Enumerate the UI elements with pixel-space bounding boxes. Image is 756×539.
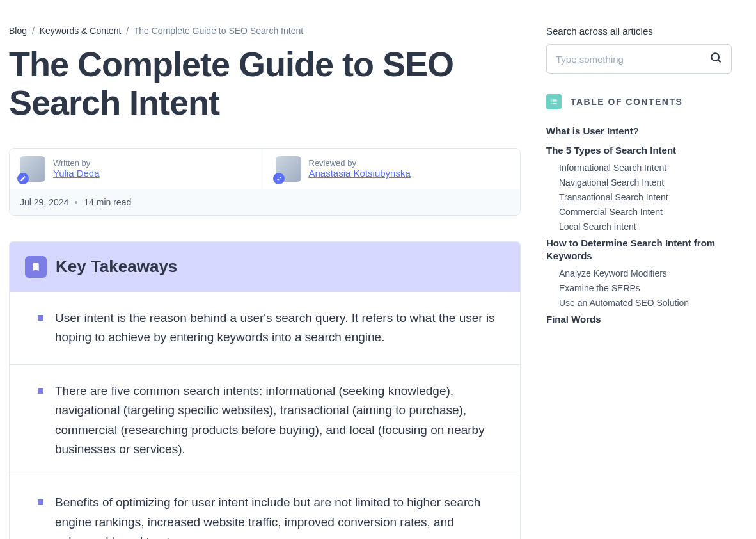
toc-header: TABLE OF CONTENTS xyxy=(546,94,732,109)
reviewed-by-label: Reviewed by xyxy=(309,158,411,168)
toc-list: What is User Intent? The 5 Types of Sear… xyxy=(546,125,732,326)
breadcrumb-category[interactable]: Keywords & Content xyxy=(40,26,122,36)
bookmark-icon xyxy=(25,256,47,278)
svg-point-0 xyxy=(711,53,719,61)
check-icon xyxy=(273,173,285,184)
bullet-icon xyxy=(38,388,43,394)
breadcrumb-blog[interactable]: Blog xyxy=(9,26,27,36)
read-time: 14 min read xyxy=(84,197,131,207)
takeaways-header: Key Takeaways xyxy=(10,242,520,292)
written-by-section: Written by Yulia Deda xyxy=(10,149,265,189)
author-text: Written by Yulia Deda xyxy=(53,158,100,179)
toc-item-determine[interactable]: How to Determine Search Intent from Keyw… xyxy=(546,237,732,262)
takeaway-text: Benefits of optimizing for user intent i… xyxy=(55,493,502,539)
takeaway-item: There are five common search intents: in… xyxy=(10,364,520,476)
meta-row: Jul 29, 2024 14 min read xyxy=(10,189,520,215)
pen-icon xyxy=(17,173,29,184)
toc-sublist: Analyze Keyword Modifiers Examine the SE… xyxy=(559,268,732,308)
search-icon[interactable] xyxy=(709,51,722,67)
author-row: Written by Yulia Deda Reviewed by Anasta… xyxy=(10,149,520,189)
toc-subitem[interactable]: Examine the SERPs xyxy=(559,283,732,293)
search-label: Search across all articles xyxy=(546,26,732,36)
author-text: Reviewed by Anastasia Kotsiubynska xyxy=(309,158,411,179)
toc-item-final[interactable]: Final Words xyxy=(546,313,732,326)
breadcrumb-separator: / xyxy=(32,26,35,36)
breadcrumb-separator: / xyxy=(126,26,129,36)
toc-heading: TABLE OF CONTENTS xyxy=(571,97,682,107)
avatar xyxy=(276,156,301,182)
sidebar: Search across all articles TABLE OF CONT… xyxy=(546,26,732,539)
reviewer-name-link[interactable]: Anastasia Kotsiubynska xyxy=(309,168,411,179)
takeaways-body: User intent is the reason behind a user'… xyxy=(10,292,520,539)
page-title: The Complete Guide to SEO Search Intent xyxy=(9,45,521,122)
key-takeaways: Key Takeaways User intent is the reason … xyxy=(9,241,521,539)
written-by-label: Written by xyxy=(53,158,100,168)
toc-sublist: Informational Search Intent Navigational… xyxy=(559,163,732,232)
toc-subitem[interactable]: Navigational Search Intent xyxy=(559,177,732,188)
bullet-icon xyxy=(38,315,43,321)
toc-subitem[interactable]: Local Search Intent xyxy=(559,221,732,232)
toc-subitem[interactable]: Transactional Search Intent xyxy=(559,192,732,202)
avatar xyxy=(20,156,45,182)
bullet-icon xyxy=(38,499,43,505)
author-card: Written by Yulia Deda Reviewed by Anasta… xyxy=(9,148,521,216)
toc-subitem[interactable]: Informational Search Intent xyxy=(559,163,732,173)
toc-subitem[interactable]: Use an Automated SEO Solution xyxy=(559,298,732,308)
main-content: Blog / Keywords & Content / The Complete… xyxy=(9,26,521,539)
takeaway-item: Benefits of optimizing for user intent i… xyxy=(10,476,520,539)
takeaways-heading: Key Takeaways xyxy=(56,257,177,277)
svg-line-1 xyxy=(718,60,721,63)
dot-separator xyxy=(75,201,77,204)
breadcrumb-current: The Complete Guide to SEO Search Intent xyxy=(134,26,303,36)
toc-item-user-intent[interactable]: What is User Intent? xyxy=(546,125,732,138)
list-icon xyxy=(546,94,562,109)
reviewed-by-section: Reviewed by Anastasia Kotsiubynska xyxy=(265,149,521,189)
toc-item-types[interactable]: The 5 Types of Search Intent xyxy=(546,144,732,157)
breadcrumb: Blog / Keywords & Content / The Complete… xyxy=(9,26,521,36)
takeaway-item: User intent is the reason behind a user'… xyxy=(10,292,520,364)
search-box[interactable] xyxy=(546,44,732,74)
author-name-link[interactable]: Yulia Deda xyxy=(53,168,100,179)
search-input[interactable] xyxy=(556,54,709,65)
takeaway-text: User intent is the reason behind a user'… xyxy=(55,309,502,348)
toc-subitem[interactable]: Commercial Search Intent xyxy=(559,207,732,217)
publish-date: Jul 29, 2024 xyxy=(20,197,68,207)
toc-subitem[interactable]: Analyze Keyword Modifiers xyxy=(559,268,732,278)
takeaway-text: There are five common search intents: in… xyxy=(55,382,502,460)
